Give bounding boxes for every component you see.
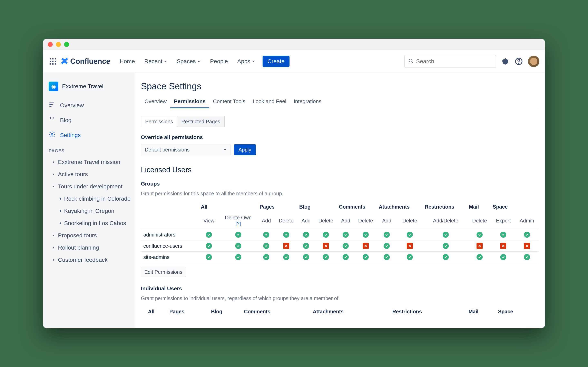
override-heading: Override all permissions: [141, 134, 539, 141]
perm-cell: [515, 229, 539, 240]
permission-subtabs: PermissionsRestricted Pages: [141, 116, 539, 127]
perm-cell: [274, 240, 298, 252]
nav-home[interactable]: Home: [116, 57, 139, 66]
cross-icon: [407, 243, 413, 249]
chevron-down-icon: [251, 58, 255, 65]
svg-point-12: [519, 63, 519, 64]
sidebar-item-blog[interactable]: Blog: [43, 113, 134, 128]
nav-apps[interactable]: Apps: [233, 57, 259, 66]
subtab-restricted-pages[interactable]: Restricted Pages: [177, 116, 224, 127]
col-sub-header: Add/Delete: [424, 212, 468, 229]
space-logo-icon: [49, 82, 58, 91]
chevron-right-icon: [52, 257, 55, 263]
nav-recent[interactable]: Recent: [141, 57, 171, 66]
check-icon: [443, 254, 449, 260]
tree-item-child[interactable]: Kayaking in Oregon: [43, 205, 134, 217]
col-sub-header: Add: [258, 212, 274, 229]
tab-permissions[interactable]: Permissions: [170, 95, 209, 108]
perm-cell: [396, 240, 424, 252]
col-sub-header: Delete: [274, 212, 298, 229]
nav-spaces[interactable]: Spaces: [173, 57, 204, 66]
tree-item[interactable]: Rollout planning: [43, 242, 134, 254]
app-switcher-icon[interactable]: [49, 57, 57, 66]
overview-icon: [49, 101, 56, 109]
search-input[interactable]: [416, 58, 492, 65]
tab-overview[interactable]: Overview: [141, 95, 170, 108]
col-sub-header: Add: [378, 212, 396, 229]
chevron-down-icon: [197, 58, 201, 65]
perm-cell: [396, 229, 424, 240]
tree-item-child[interactable]: Rock climbing in Colorado: [43, 193, 134, 205]
col-sub-header: Delete: [314, 212, 338, 229]
tree-item-child[interactable]: Snorkeling in Los Cabos: [43, 217, 134, 229]
check-icon: [500, 232, 506, 238]
tab-look-and-feel[interactable]: Look and Feel: [249, 95, 290, 108]
tree-item[interactable]: Exxtreme Travel mission: [43, 156, 134, 168]
tab-content-tools[interactable]: Content Tools: [209, 95, 249, 108]
check-icon: [443, 232, 449, 238]
individuals-heading: Individual Users: [141, 285, 539, 292]
nav-people[interactable]: People: [207, 57, 232, 66]
search-box[interactable]: [404, 55, 496, 68]
check-icon: [283, 232, 289, 238]
perm-cell: [515, 252, 539, 263]
window-minimize-button[interactable]: [56, 42, 61, 47]
top-navigation: Confluence Home Recent Spaces People App…: [43, 50, 545, 73]
cross-icon: [476, 243, 483, 249]
col-sub-header: Add: [338, 212, 354, 229]
perm-cell: [314, 252, 338, 263]
user-avatar[interactable]: [528, 56, 539, 67]
confluence-logo[interactable]: Confluence: [61, 57, 110, 66]
col-group-header: Blog: [298, 201, 338, 212]
tree-item[interactable]: Active tours: [43, 168, 134, 180]
tree-item[interactable]: Proposed tours: [43, 229, 134, 242]
tab-integrations[interactable]: Integrations: [290, 95, 325, 108]
window-maximize-button[interactable]: [64, 42, 69, 47]
window-close-button[interactable]: [48, 42, 53, 47]
col-sub-header: Delete Own[?]: [218, 212, 259, 229]
svg-rect-7: [52, 63, 53, 65]
confluence-logo-icon: [61, 57, 69, 66]
col-group-header: Comments: [243, 306, 311, 317]
svg-rect-0: [50, 58, 51, 59]
edit-permissions-button[interactable]: Edit Permissions: [141, 267, 186, 277]
bullet-icon: [60, 198, 61, 200]
subtab-permissions[interactable]: Permissions: [141, 116, 177, 127]
perm-cell: [468, 240, 492, 252]
check-icon: [303, 254, 309, 260]
perm-cell: [298, 229, 314, 240]
check-icon: [384, 243, 390, 249]
check-icon: [263, 254, 269, 260]
perm-cell: [218, 229, 259, 240]
override-select[interactable]: Default permissions: [141, 144, 231, 155]
perm-cell: [354, 240, 378, 252]
check-icon: [407, 254, 413, 260]
sidebar-item-overview[interactable]: Overview: [43, 98, 134, 113]
sidebar-item-settings[interactable]: Settings: [43, 128, 134, 142]
chevron-down-icon: [164, 58, 167, 65]
svg-rect-5: [55, 61, 56, 62]
create-button[interactable]: Create: [263, 56, 290, 67]
check-icon: [363, 254, 369, 260]
tree-item[interactable]: Customer feedback: [43, 254, 134, 266]
notifications-icon[interactable]: [501, 57, 510, 66]
check-icon: [323, 254, 329, 260]
check-icon: [283, 254, 289, 260]
space-header[interactable]: Exxtreme Travel: [43, 82, 134, 98]
help-link[interactable]: [?]: [236, 221, 241, 226]
perm-cell: [354, 252, 378, 263]
tree-item[interactable]: Tours under development: [43, 180, 134, 193]
check-icon: [384, 232, 390, 238]
perm-cell: [378, 252, 396, 263]
col-sub-header: Delete: [468, 212, 492, 229]
chevron-right-icon: [52, 232, 55, 239]
check-icon: [303, 243, 309, 249]
help-icon[interactable]: [515, 57, 523, 66]
groups-desc: Grant permissions for this space to all …: [141, 191, 539, 197]
apply-button[interactable]: Apply: [234, 144, 256, 155]
svg-point-9: [409, 59, 412, 62]
check-icon: [235, 232, 241, 238]
sidebar-item-label: Blog: [60, 117, 71, 124]
cross-icon: [283, 243, 289, 249]
cross-icon: [524, 243, 530, 249]
